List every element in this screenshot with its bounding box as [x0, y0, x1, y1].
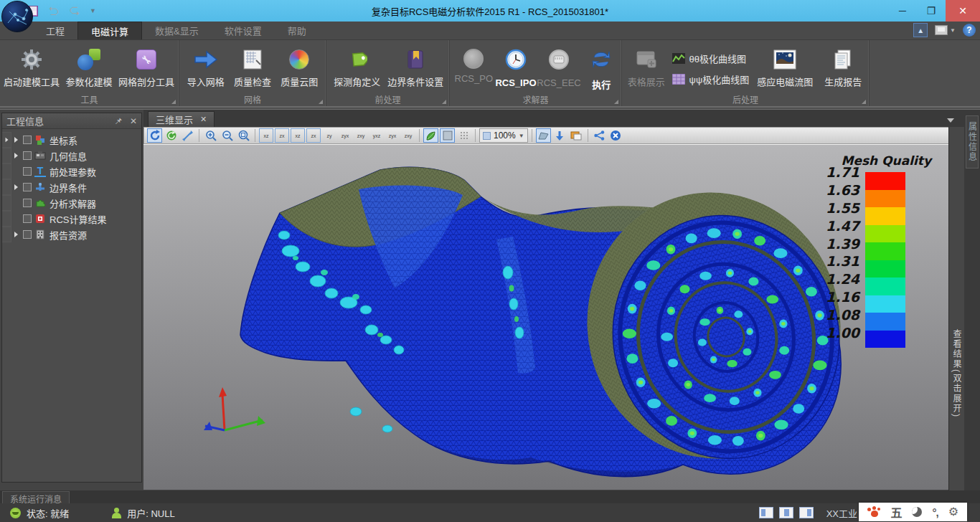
- table-view-button[interactable]: 表格展示: [625, 43, 668, 95]
- share-link-button[interactable]: [592, 128, 607, 143]
- checkbox[interactable]: [23, 230, 32, 239]
- pin-icon[interactable]: 📌︎: [114, 116, 123, 126]
- tree-item-geometry-info[interactable]: 几何信息: [2, 148, 141, 163]
- tree-item-boundary-conditions[interactable]: 边界条件: [2, 179, 141, 195]
- points-mode-button[interactable]: [456, 128, 471, 143]
- legend-value: 1.00: [826, 325, 859, 341]
- checkbox[interactable]: [23, 167, 32, 176]
- generate-report-button[interactable]: 生成报告: [821, 43, 866, 95]
- view-preset-front-button[interactable]: xz: [259, 128, 273, 143]
- parametric-modeling-button[interactable]: 参数化建模: [60, 43, 118, 95]
- tree-item-preprocess-params[interactable]: T 前处理参数: [2, 163, 141, 179]
- wireframe-mode-button[interactable]: [440, 128, 455, 143]
- tree-item-coordinate-system[interactable]: 坐标系: [2, 132, 141, 148]
- tab-list-dropdown-icon[interactable]: [947, 118, 954, 123]
- redo-icon[interactable]: ⮎: [69, 6, 80, 16]
- minimize-button[interactable]: ─: [888, 0, 917, 22]
- zoom-fit-icon[interactable]: [236, 128, 251, 143]
- solver-rcs-po-button[interactable]: RCS_PO: [453, 43, 495, 95]
- ime-mode-button[interactable]: 五: [890, 503, 902, 521]
- view-preset-iso1-button[interactable]: zxy: [354, 128, 368, 143]
- gear-icon: [19, 47, 44, 72]
- group-dialog-launcher-icon[interactable]: [442, 100, 446, 104]
- view-preset-bottom-button[interactable]: zyx: [338, 128, 352, 143]
- pan-arrow-button[interactable]: [180, 128, 195, 143]
- 3d-canvas[interactable]: Mesh Quality 1.71 1.63 1.55 1.47 1.39 1.…: [143, 144, 948, 490]
- tree-item-analysis-solver[interactable]: 分析求解器: [2, 195, 141, 211]
- drop-down-arrow-button[interactable]: [552, 128, 567, 143]
- moon-icon[interactable]: [912, 507, 922, 517]
- checkbox[interactable]: [23, 199, 32, 207]
- window-title: 复杂目标RCS电磁分析软件2015 R1 - RCS_2015031801*: [0, 4, 980, 18]
- boundary-settings-button[interactable]: 边界条件设置: [385, 43, 446, 95]
- solver-rcs-eec-button[interactable]: RCS_EEC: [537, 43, 580, 95]
- spin-reset-button[interactable]: [164, 128, 179, 143]
- tab-help[interactable]: 帮助: [275, 22, 319, 39]
- ribbon-group-solver: RCS_PO RCS_IPO: [450, 40, 622, 106]
- checkbox[interactable]: [23, 136, 32, 144]
- tab-em-compute[interactable]: 电磁计算: [77, 22, 142, 39]
- layout-right-button[interactable]: [799, 507, 814, 518]
- zoom-level-select[interactable]: 100% ▼: [479, 128, 528, 143]
- close-view-button[interactable]: [608, 128, 623, 143]
- induced-current-map-button[interactable]: 感应电磁流图: [753, 43, 816, 95]
- quality-cloud-button[interactable]: 质量云图: [276, 43, 323, 95]
- display-style-button[interactable]: ▼: [935, 25, 956, 35]
- quick-access-dropdown-icon[interactable]: ▼: [90, 7, 96, 14]
- group-dialog-launcher-icon[interactable]: [171, 100, 176, 104]
- shaded-mode-button[interactable]: [423, 128, 438, 143]
- group-dialog-launcher-icon[interactable]: [862, 100, 866, 104]
- psi-polarization-plot-button[interactable]: ψψ极化曲线图: [672, 72, 750, 86]
- parameter-T-icon: T: [34, 166, 46, 177]
- ime-settings-gear-icon[interactable]: ⚙︎: [948, 506, 958, 518]
- system-message-tab[interactable]: 系统运行消息: [2, 491, 70, 503]
- checkbox[interactable]: [23, 214, 32, 223]
- layout-left-button[interactable]: [759, 507, 773, 518]
- tab-3d-display[interactable]: 三维显示 ✕: [148, 111, 215, 127]
- execute-button[interactable]: 执行: [585, 43, 618, 95]
- tab-project[interactable]: 工程: [33, 22, 77, 39]
- quality-check-button[interactable]: 质量检查: [229, 43, 275, 95]
- collapse-ribbon-icon[interactable]: ▲: [913, 23, 928, 37]
- view-preset-left-button[interactable]: xz: [291, 128, 305, 143]
- view-preset-back-button[interactable]: zx: [275, 128, 289, 143]
- help-icon[interactable]: ?: [963, 24, 976, 37]
- import-mesh-button[interactable]: 导入网格: [182, 43, 229, 95]
- mesh-tool-button[interactable]: 🔧︎ 网格剖分工具: [118, 43, 175, 95]
- close-button[interactable]: ✕: [946, 0, 980, 22]
- tab-close-icon[interactable]: ✕: [200, 115, 207, 124]
- ime-punctuation-button[interactable]: °,: [932, 506, 938, 518]
- undo-icon[interactable]: ⮌: [48, 6, 59, 16]
- view-preset-iso4-button[interactable]: zxy: [401, 128, 415, 143]
- restore-button[interactable]: ❐: [917, 0, 946, 22]
- application-window: ⮌ ⮎ ▼ 复杂目标RCS电磁分析软件2015 R1 - RCS_2015031…: [0, 0, 980, 522]
- ime-logo-icon[interactable]: [867, 506, 880, 518]
- results-collapsed-tab[interactable]: 查看结果(双击展开): [948, 127, 964, 491]
- tree-item-rcs-results[interactable]: RCS计算结果: [2, 211, 141, 227]
- layout-center-button[interactable]: [779, 507, 793, 518]
- checkbox[interactable]: [23, 151, 32, 160]
- launch-modeling-tool-button[interactable]: 启动建模工具: [3, 43, 60, 95]
- surface-pick-button[interactable]: [536, 128, 551, 143]
- group-dialog-launcher-icon[interactable]: [319, 100, 323, 104]
- view-preset-iso3-button[interactable]: zyx: [385, 128, 400, 143]
- viewport-toolbar: xz zx xz zx zy zyx zxy yxz zyx zxy: [143, 127, 964, 144]
- probe-angle-button[interactable]: 探测角定义: [329, 43, 385, 95]
- panel-close-icon[interactable]: ✕: [130, 116, 137, 126]
- orbit-rotate-button[interactable]: [147, 128, 162, 143]
- view-preset-iso2-button[interactable]: yxz: [369, 128, 384, 143]
- theta-polarization-plot-button[interactable]: θθ极化曲线图: [672, 52, 750, 65]
- zoom-out-icon[interactable]: [220, 128, 235, 143]
- zoom-in-icon[interactable]: [203, 128, 218, 143]
- checkbox[interactable]: [23, 183, 32, 191]
- properties-collapsed-tab[interactable]: 属性信息: [966, 115, 979, 169]
- group-dialog-launcher-icon[interactable]: [614, 100, 618, 104]
- solver-rcs-ipo-button[interactable]: RCS_IPO: [495, 43, 537, 95]
- tab-data-display[interactable]: 数据&显示: [142, 22, 212, 39]
- tree-item-report-resources[interactable]: 报告资源: [2, 227, 141, 242]
- snapshot-button[interactable]: [569, 128, 584, 143]
- tab-settings[interactable]: 软件设置: [212, 22, 275, 39]
- view-preset-right-button[interactable]: zx: [306, 128, 321, 143]
- view-preset-top-button[interactable]: zy: [322, 128, 336, 143]
- refresh-icon: [590, 49, 612, 73]
